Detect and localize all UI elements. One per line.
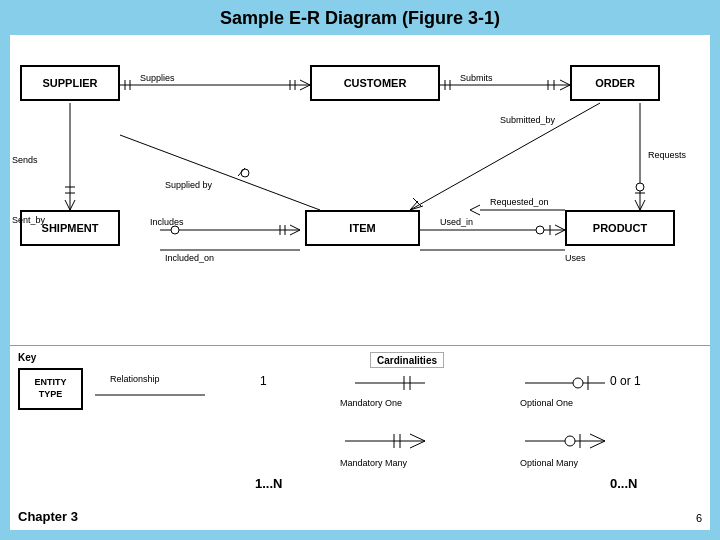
optional-one-svg (520, 368, 610, 398)
supplied-by-label: Supplied by (165, 180, 212, 190)
svg-point-42 (536, 226, 544, 234)
svg-line-16 (640, 200, 645, 210)
optional-one-label: Optional One (520, 398, 573, 408)
legend-entity-box: ENTITY TYPE (18, 368, 83, 410)
main-diagram: SUPPLIER CUSTOMER ORDER SHIPMENT ITEM PR… (10, 35, 710, 345)
supplier-entity: SUPPLIER (20, 65, 120, 101)
submits-label: Submits (460, 73, 493, 83)
svg-line-32 (290, 225, 300, 230)
svg-line-28 (120, 135, 320, 210)
svg-line-9 (560, 85, 570, 90)
svg-line-61 (590, 434, 605, 441)
submitted-by-label: Submitted_by (500, 115, 555, 125)
optional-many-label: Optional Many (520, 458, 578, 468)
svg-line-1 (300, 80, 310, 85)
order-entity: ORDER (570, 65, 660, 101)
cardinalities-label: Cardinalities (377, 355, 437, 366)
chapter-label: Chapter 3 (18, 509, 78, 524)
svg-point-36 (171, 226, 179, 234)
product-entity: PRODUCT (565, 210, 675, 246)
svg-point-54 (573, 378, 583, 388)
svg-line-22 (413, 198, 421, 206)
sent-by-label: Sent_by (12, 215, 45, 225)
zero-to-n-label: 0...N (610, 476, 637, 491)
mandatory-one-label: Mandatory One (340, 398, 402, 408)
requested-on-label: Requested_on (490, 197, 549, 207)
zero-or-one-label: 0 or 1 (610, 374, 641, 388)
included-on-label: Included_on (165, 253, 214, 263)
svg-line-20 (410, 201, 418, 210)
svg-point-29 (241, 169, 249, 177)
svg-line-57 (410, 441, 425, 448)
key-label: Key (18, 352, 36, 363)
svg-line-2 (300, 85, 310, 90)
mandatory-many-label: Mandatory Many (340, 458, 407, 468)
svg-line-8 (560, 80, 570, 85)
entity-type-label: ENTITY TYPE (34, 377, 66, 400)
svg-line-56 (410, 434, 425, 441)
title-bar: Sample E-R Diagram (Figure 3-1) (0, 0, 720, 35)
mandatory-one-svg (350, 368, 430, 398)
requests-label: Requests (648, 150, 686, 160)
legend-relationship-svg (90, 352, 210, 422)
customer-entity: CUSTOMER (310, 65, 440, 101)
legend-section: Key ENTITY TYPE Relationship Cardinaliti… (10, 345, 710, 530)
optional-many-svg (520, 426, 610, 456)
one-to-n-label: 1...N (255, 476, 282, 491)
svg-line-24 (65, 200, 70, 210)
includes-label: Includes (150, 217, 184, 227)
svg-line-62 (590, 441, 605, 448)
sends-label: Sends (12, 155, 38, 165)
svg-line-33 (290, 230, 300, 235)
svg-point-18 (636, 183, 644, 191)
page-number: 6 (696, 512, 702, 524)
svg-line-30 (238, 168, 245, 176)
item-entity: ITEM (305, 210, 420, 246)
svg-line-40 (555, 230, 565, 235)
cardinalities-box: Cardinalities (370, 352, 444, 368)
svg-line-25 (70, 200, 75, 210)
mandatory-many-svg (340, 426, 430, 456)
svg-line-15 (635, 200, 640, 210)
diagram-title: Sample E-R Diagram (Figure 3-1) (220, 8, 500, 28)
one-label: 1 (260, 374, 267, 388)
uses-label: Uses (565, 253, 586, 263)
svg-line-46 (470, 210, 480, 215)
svg-line-45 (470, 205, 480, 210)
svg-point-64 (565, 436, 575, 446)
supplies-label: Supplies (140, 73, 175, 83)
svg-line-39 (555, 225, 565, 230)
relationship-label-legend: Relationship (110, 374, 160, 384)
used-in-label: Used_in (440, 217, 473, 227)
